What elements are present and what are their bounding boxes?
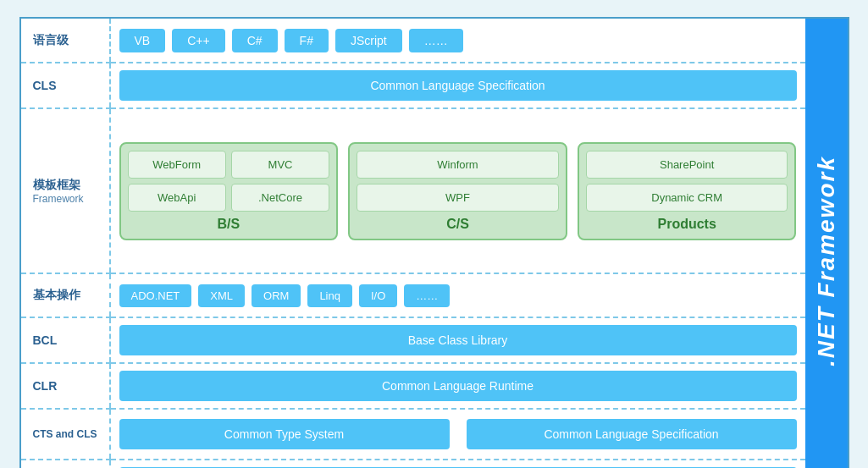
op-more: …… (404, 284, 450, 307)
framework-group-cs: Winform WPF C/S (348, 142, 567, 240)
cls-label: CLS (21, 63, 110, 108)
framework-row: 模板框架 Framework WebForm MVC WebApi .NetCo… (21, 108, 805, 273)
op-xml: XML (198, 284, 245, 307)
products-label: Products (586, 217, 788, 232)
op-orm: ORM (252, 284, 301, 307)
cls-bar: Common Language Specification (119, 70, 797, 101)
fw-winform: Winform (357, 151, 559, 179)
fw-wpf: WPF (357, 184, 559, 212)
lang-fsharp: F# (285, 29, 329, 52)
bcl-row: BCL Base Class Library (21, 317, 805, 363)
clr-label: CLR (21, 363, 110, 409)
basicops-label: 基本操作 (21, 273, 110, 317)
language-label: 语言级 (21, 19, 110, 63)
framework-group-bs: WebForm MVC WebApi .NetCore B/S (119, 142, 339, 240)
cts-cls-bars: Common Type System Common Language Speci… (119, 419, 797, 449)
cts-cls-content: Common Type System Common Language Speci… (110, 409, 805, 460)
fw-netcore: .NetCore (231, 184, 329, 212)
fw-dynamics: Dynamic CRM (586, 184, 788, 212)
basicops-content: ADO.NET XML ORM Linq I/O …… (110, 273, 805, 317)
lang-jscript: JScript (335, 29, 402, 52)
cts-cls-label: CTS and CLS (21, 409, 110, 460)
cls-bottom-bar: Common Language Specification (467, 419, 797, 449)
framework-group-products: SharePoint Dynamic CRM Products (578, 142, 797, 240)
language-content: VB C++ C# F# JScript …… (110, 19, 805, 63)
cls-row: CLS Common Language Specification (21, 63, 805, 108)
cs-label: C/S (357, 217, 559, 232)
bs-label: B/S (128, 217, 330, 232)
lang-cpp: C++ (172, 29, 224, 52)
basicops-row: 基本操作 ADO.NET XML ORM Linq I/O …… (21, 273, 805, 317)
os-row: OS OS (21, 460, 805, 468)
clr-bar: Common Language Runtime (119, 371, 797, 401)
fw-webform: WebForm (128, 151, 226, 179)
net-framework-sidebar: .NET Framework (805, 19, 848, 468)
net-framework-diagram: 语言级 VB C++ C# F# JScript …… CLS Common L… (19, 17, 849, 468)
op-io: I/O (359, 284, 397, 307)
op-adonet: ADO.NET (119, 284, 192, 307)
os-label: OS (21, 460, 110, 468)
fw-mvc: MVC (231, 151, 329, 179)
cts-cls-row: CTS and CLS Common Type System Common La… (21, 409, 805, 460)
cls-content: Common Language Specification (110, 63, 805, 108)
products-inner: SharePoint Dynamic CRM (586, 151, 788, 212)
framework-content: WebForm MVC WebApi .NetCore B/S Winform … (110, 108, 805, 273)
lang-vb: VB (119, 29, 166, 52)
basic-ops-boxes: ADO.NET XML ORM Linq I/O …… (119, 284, 797, 307)
lang-csharp: C# (232, 29, 278, 52)
os-content: OS (110, 460, 805, 468)
clr-content: Common Language Runtime (110, 363, 805, 409)
framework-groups: WebForm MVC WebApi .NetCore B/S Winform … (119, 142, 797, 240)
clr-row: CLR Common Language Runtime (21, 363, 805, 409)
op-linq: Linq (307, 284, 352, 307)
cts-bar: Common Type System (119, 419, 450, 449)
bcl-content: Base Class Library (110, 317, 805, 363)
cs-inner: Winform WPF (357, 151, 559, 212)
language-row: 语言级 VB C++ C# F# JScript …… (21, 19, 805, 63)
language-boxes: VB C++ C# F# JScript …… (119, 29, 797, 52)
lang-more: …… (409, 29, 463, 52)
bs-inner: WebForm MVC WebApi .NetCore (128, 151, 330, 212)
fw-sharepoint: SharePoint (586, 151, 788, 179)
bcl-bar: Base Class Library (119, 325, 797, 355)
framework-label: 模板框架 Framework (21, 108, 110, 273)
fw-webapi: WebApi (128, 184, 226, 212)
bcl-label: BCL (21, 317, 110, 363)
diagram-table: 语言级 VB C++ C# F# JScript …… CLS Common L… (21, 19, 805, 468)
